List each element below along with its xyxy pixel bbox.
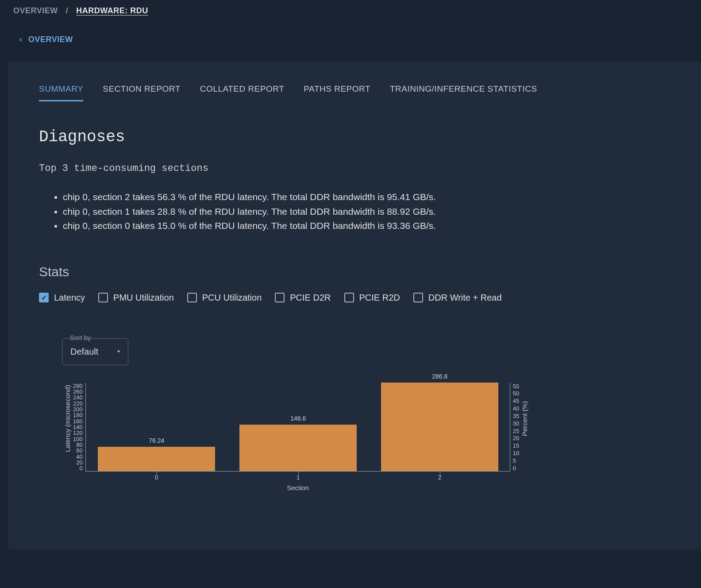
checkbox-label: Latency	[54, 293, 85, 303]
sort-by-value: Default	[70, 347, 98, 356]
y-tick: 100	[73, 436, 83, 442]
y2-tick: 55	[513, 383, 519, 390]
tab-paths-report[interactable]: PATHS REPORT	[304, 84, 370, 101]
checkbox-box[interactable]	[98, 293, 108, 302]
y-tick: 20	[76, 460, 82, 465]
stats-checkbox-row: LatencyPMU UtilizationPCU UtilizationPCI…	[39, 293, 670, 303]
checkbox-label: PMU Utilization	[113, 293, 174, 303]
y-tick: 0	[79, 465, 82, 471]
x-axis-label: Section	[86, 484, 510, 491]
y2-axis-label: Percent (%)	[519, 365, 530, 472]
sort-by-control: Sort by Default	[62, 338, 670, 365]
bar-value-label: 286.8	[381, 373, 498, 380]
bar-section-0[interactable]	[98, 447, 215, 471]
bar-section-2[interactable]	[381, 383, 498, 471]
y2-tick: 30	[513, 420, 519, 427]
y-tick: 140	[73, 424, 83, 430]
content-panel: SUMMARYSECTION REPORTCOLLATED REPORTPATH…	[8, 62, 701, 549]
x-tick-mark	[157, 472, 157, 474]
bar-value-label: 76.24	[98, 437, 215, 444]
diagnoses-subtitle: Top 3 time-consuming sections	[39, 163, 670, 174]
latency-chart: Latency (microsecond) 280260240220200180…	[62, 383, 670, 472]
y2-axis-ticks: 5550454035302520151050	[510, 383, 519, 472]
back-link-label: OVERVIEW	[28, 35, 73, 44]
x-tick-mark	[440, 472, 440, 474]
dropdown-caret-icon	[116, 347, 122, 357]
y2-tick: 15	[513, 442, 519, 449]
x-tick: 1	[294, 474, 303, 481]
y-tick: 280	[73, 383, 83, 389]
tab-section-report[interactable]: SECTION REPORT	[103, 84, 181, 101]
diagnosis-item: chip 0, section 1 takes 28.8 % of the RD…	[63, 205, 670, 219]
y-tick: 60	[76, 448, 82, 453]
checkbox-box[interactable]	[344, 293, 354, 302]
checkbox-label: PCU Utilization	[202, 293, 262, 303]
y-tick: 180	[73, 412, 83, 418]
checkbox-box[interactable]	[39, 293, 49, 302]
checkbox-label: PCIE D2R	[290, 293, 331, 303]
x-tick-mark	[298, 472, 299, 474]
chevron-left-icon	[18, 37, 24, 43]
checkbox-latency[interactable]: Latency	[39, 293, 85, 303]
back-to-overview-link[interactable]: OVERVIEW	[0, 22, 701, 62]
checkbox-pmu-utilization[interactable]: PMU Utilization	[98, 293, 174, 303]
checkbox-label: PCIE R2D	[359, 293, 400, 303]
y2-tick: 45	[513, 398, 519, 404]
breadcrumb-separator: /	[66, 6, 69, 15]
y-tick: 200	[73, 406, 83, 412]
y-axis-label: Latency (microsecond)	[62, 365, 73, 472]
y-tick: 220	[73, 401, 83, 406]
diagnosis-item: chip 0, section 2 takes 56.3 % of the RD…	[63, 190, 670, 205]
y-tick: 160	[73, 418, 83, 424]
tab-summary[interactable]: SUMMARY	[39, 84, 83, 101]
plot-area: Section 76.240146.61286.82	[85, 383, 510, 472]
diagnoses-heading: Diagnoses	[39, 128, 670, 146]
y-tick: 120	[73, 430, 83, 436]
diagnosis-item: chip 0, section 0 takes 15.0 % of the RD…	[63, 219, 670, 233]
y-tick: 260	[73, 389, 83, 395]
checkbox-box[interactable]	[413, 293, 423, 302]
tab-collated-report[interactable]: COLLATED REPORT	[200, 84, 285, 101]
y2-tick: 50	[513, 390, 519, 397]
tab-training-inference-statistics[interactable]: TRAINING/INFERENCE STATISTICS	[390, 84, 537, 101]
sort-by-select[interactable]: Default	[62, 338, 128, 365]
stats-heading: Stats	[39, 264, 670, 279]
y2-tick: 5	[513, 457, 516, 464]
x-tick: 0	[152, 474, 161, 481]
checkbox-box[interactable]	[187, 293, 197, 302]
bar-value-label: 146.6	[239, 415, 357, 422]
y-axis-ticks: 280260240220200180160140120100806040200	[73, 383, 85, 472]
y2-tick: 0	[513, 465, 516, 472]
x-tick: 2	[435, 474, 444, 481]
diagnoses-list: chip 0, section 2 takes 56.3 % of the RD…	[39, 190, 670, 233]
tab-bar: SUMMARYSECTION REPORTCOLLATED REPORTPATH…	[39, 84, 670, 101]
breadcrumb-current[interactable]: HARDWARE: RDU	[76, 6, 148, 15]
breadcrumb: OVERVIEW / HARDWARE: RDU	[0, 0, 701, 22]
y2-tick: 20	[513, 435, 519, 441]
checkbox-pcie-d-r[interactable]: PCIE D2R	[275, 293, 331, 303]
y2-tick: 35	[513, 413, 519, 419]
checkbox-label: DDR Write + Read	[428, 293, 502, 303]
y-tick: 240	[73, 395, 83, 400]
y-tick: 40	[76, 454, 82, 460]
svg-marker-0	[117, 351, 120, 353]
checkbox-pcu-utilization[interactable]: PCU Utilization	[187, 293, 262, 303]
y2-tick: 40	[513, 405, 519, 412]
breadcrumb-root[interactable]: OVERVIEW	[13, 6, 58, 15]
bar-section-1[interactable]	[239, 425, 357, 471]
y2-tick: 25	[513, 428, 519, 434]
y-tick: 80	[76, 442, 82, 448]
y2-tick: 10	[513, 450, 519, 456]
checkbox-box[interactable]	[275, 293, 285, 302]
checkbox-pcie-r-d[interactable]: PCIE R2D	[344, 293, 400, 303]
checkbox-ddr-write-read[interactable]: DDR Write + Read	[413, 293, 502, 303]
